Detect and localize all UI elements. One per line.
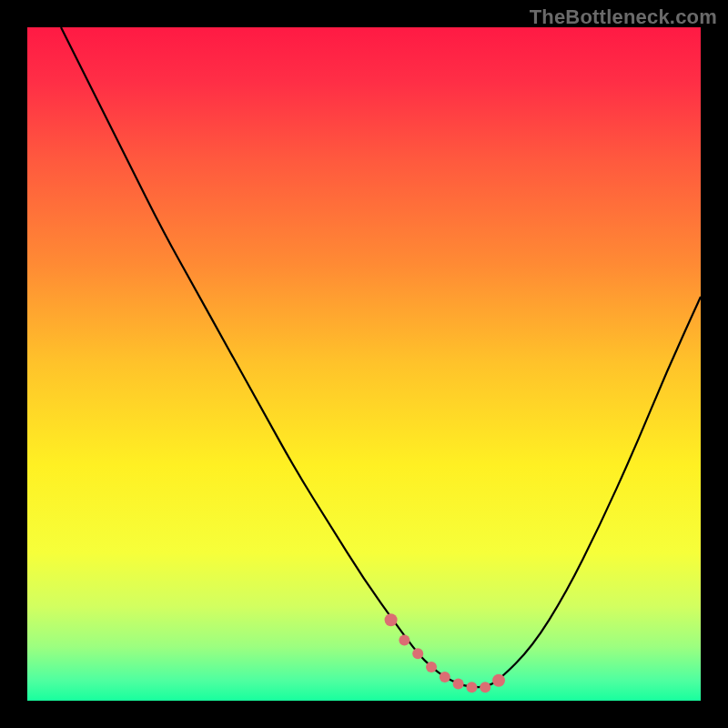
- valley-dot: [440, 672, 450, 682]
- valley-dot: [480, 682, 490, 693]
- valley-dot: [466, 682, 477, 693]
- valley-dot: [453, 679, 464, 690]
- valley-dot: [385, 613, 398, 626]
- valley-dot: [399, 634, 410, 645]
- chart-background-gradient: [27, 27, 701, 701]
- chart-plot-area: [27, 27, 701, 701]
- watermark-text: TheBottleneck.com: [530, 5, 717, 29]
- valley-dot: [412, 648, 423, 659]
- valley-dot: [426, 662, 437, 672]
- chart-frame: TheBottleneck.com: [0, 0, 728, 728]
- chart-svg: [27, 27, 701, 701]
- valley-dot: [492, 674, 505, 687]
